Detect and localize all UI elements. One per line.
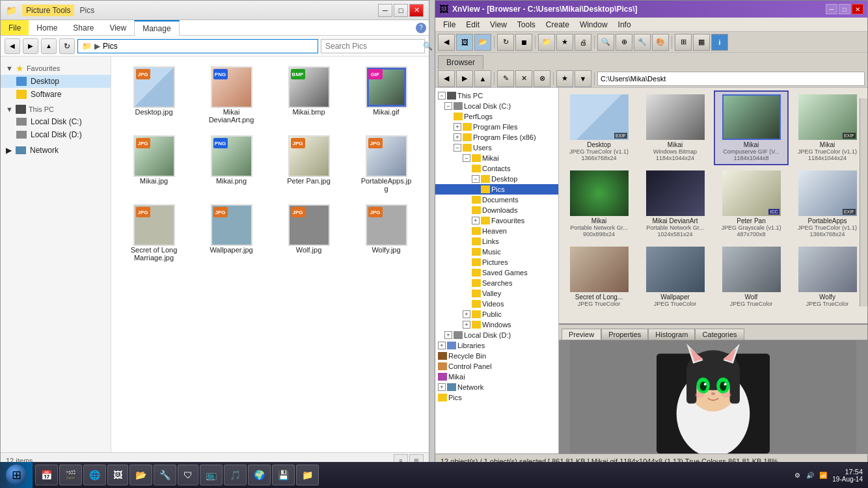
tb2-filter-btn[interactable]: ▼: [575, 70, 591, 87]
tree-item-pics-root[interactable]: Pics: [435, 392, 558, 403]
tb-stop-btn[interactable]: ⏹: [515, 34, 532, 51]
search-input[interactable]: [325, 42, 423, 51]
expand-icon[interactable]: −: [463, 154, 470, 162]
sidebar-item-software[interactable]: Software: [1, 88, 111, 101]
tree-item-favourites[interactable]: + Favourites: [435, 215, 558, 226]
thumb-item-wallpaper[interactable]: Wallpaper JPEG TrueColor: [638, 243, 712, 311]
file-item-mikai-jpg[interactable]: JPG Mikai.jpg: [116, 131, 191, 197]
file-item-mikai-gif[interactable]: GIF Mikai.gif: [349, 62, 424, 128]
menu-view[interactable]: View: [485, 18, 512, 32]
preview-tab-properties[interactable]: Properties: [601, 329, 648, 340]
tree-item-program-files[interactable]: + Program Files: [435, 122, 558, 132]
tree-item-contacts[interactable]: Contacts: [435, 163, 558, 174]
xnview-minimize-button[interactable]: ─: [826, 4, 837, 14]
taskbar-item-8[interactable]: 📺: [200, 465, 223, 485]
expand-icon[interactable]: −: [472, 175, 480, 183]
this-pc-header[interactable]: ▼ This PC: [1, 103, 111, 115]
expand-icon[interactable]: +: [444, 331, 452, 339]
expand-icon[interactable]: −: [454, 144, 461, 152]
tree-item-users[interactable]: − Users: [435, 142, 558, 153]
file-item-mikai-png[interactable]: PNG Mikai.png: [194, 131, 269, 197]
xnview-close-button[interactable]: ✕: [852, 4, 863, 14]
expand-icon[interactable]: +: [463, 310, 470, 318]
tree-item-links[interactable]: Links: [435, 236, 558, 247]
xnview-path-input[interactable]: C:\Users\Mika\Deskt: [597, 72, 865, 86]
tree-item-desktop[interactable]: − Desktop: [435, 174, 558, 184]
expand-icon[interactable]: −: [444, 102, 452, 110]
tree-item-downloads[interactable]: Downloads: [435, 205, 558, 215]
file-item-wallpaper-jpg[interactable]: JPG Wallpaper.jpg: [194, 200, 269, 266]
tree-item-saved-games[interactable]: Saved Games: [435, 267, 558, 278]
tb-info-btn[interactable]: i: [711, 34, 728, 51]
preview-tab-categories[interactable]: Categories: [695, 329, 744, 340]
tb-print-btn[interactable]: 🖨: [575, 34, 591, 51]
tb2-forward-btn[interactable]: ▶: [456, 70, 473, 87]
sidebar-item-network[interactable]: ▶ Network: [1, 144, 111, 157]
file-item-portableapps-jpg[interactable]: JPG PortableApps.jpg: [349, 131, 424, 197]
preview-tab-preview[interactable]: Preview: [562, 329, 601, 340]
menu-window[interactable]: Window: [575, 18, 613, 32]
menu-edit[interactable]: Edit: [461, 18, 485, 32]
thumb-item-wolf[interactable]: Wolf JPEG TrueColor: [714, 243, 789, 311]
menu-tools[interactable]: Tools: [512, 18, 541, 32]
tree-item-local-d[interactable]: + Local Disk (D:): [435, 330, 558, 340]
taskbar-item-12[interactable]: 📁: [296, 465, 319, 485]
file-item-mikai-bmp[interactable]: BMP Mikai.bmp: [271, 62, 346, 128]
tray-volume-icon[interactable]: 🔊: [805, 470, 815, 480]
tab-share[interactable]: Share: [65, 20, 102, 35]
tree-item-windows[interactable]: + Windows: [435, 319, 558, 330]
minimize-button[interactable]: ─: [378, 4, 392, 17]
tree-item-heaven[interactable]: Heaven: [435, 226, 558, 236]
tb-color-btn[interactable]: 🎨: [652, 34, 669, 51]
thumb-item-wolfy[interactable]: Wolfy JPEG TrueColor: [790, 243, 865, 311]
xnview-tab-browser[interactable]: Browser: [438, 55, 483, 70]
tree-item-documents[interactable]: Documents: [435, 195, 558, 205]
taskbar-item-5[interactable]: 📂: [129, 465, 152, 485]
tab-home[interactable]: Home: [29, 20, 65, 35]
address-input[interactable]: 📁 ▶ Pics: [77, 39, 318, 53]
tab-view[interactable]: View: [102, 20, 134, 35]
file-item-secret-jpg[interactable]: JPG Secret of Long Marriage.jpg: [116, 200, 191, 266]
thumb-item-mikai-png[interactable]: Mikai Portable Network Gr... 900x898x24: [562, 167, 636, 241]
taskbar-item-11[interactable]: 💾: [272, 465, 295, 485]
thumb-item-portableapps[interactable]: EXIF PortableApps JPEG TrueColor (v1.1) …: [790, 167, 865, 241]
tab-file[interactable]: File: [1, 20, 29, 35]
taskbar-item-7[interactable]: 🛡: [178, 465, 198, 485]
up-button[interactable]: ▲: [41, 38, 57, 54]
tree-item-network-root[interactable]: + Network: [435, 382, 558, 392]
expand-icon[interactable]: +: [463, 321, 470, 329]
tb2-up-btn[interactable]: ▲: [474, 70, 491, 87]
taskbar-item-1[interactable]: 📅: [35, 465, 58, 485]
tb-browser-btn[interactable]: 📂: [474, 34, 491, 51]
expand-icon[interactable]: +: [472, 217, 480, 224]
tb2-edit-btn[interactable]: ✎: [497, 70, 514, 87]
tray-steam-icon[interactable]: ⚙: [792, 470, 802, 480]
expand-icon[interactable]: +: [454, 123, 461, 131]
tree-item-libraries[interactable]: + Libraries: [435, 340, 558, 351]
tb-layout-btn[interactable]: ▦: [693, 34, 710, 51]
help-icon[interactable]: ?: [416, 23, 426, 33]
xnview-maximize-button[interactable]: □: [839, 4, 850, 14]
tree-item-pictures[interactable]: Pictures: [435, 257, 558, 267]
taskbar-item-9[interactable]: 🎵: [224, 465, 247, 485]
close-button[interactable]: ✕: [409, 4, 424, 17]
tree-item-valley[interactable]: Valley: [435, 288, 558, 299]
sidebar-item-local-c[interactable]: Local Disk (C:): [1, 115, 111, 128]
thumb-item-secret[interactable]: Secret of Long... JPEG TrueColor: [562, 243, 636, 311]
tree-item-mikai[interactable]: − Mikai: [435, 153, 558, 163]
tb-refresh-btn[interactable]: ↻: [497, 34, 514, 51]
tb-forward-btn[interactable]: 🖼: [456, 34, 473, 51]
thumb-item-desktop[interactable]: EXIF Desktop JPEG TrueColor (v1.1) 1366x…: [562, 90, 636, 165]
sidebar-item-local-d[interactable]: Local Disk (D:): [1, 128, 111, 141]
tray-clock[interactable]: 17:54 19-Aug-14: [832, 468, 863, 483]
refresh-button[interactable]: ↻: [59, 38, 75, 54]
preview-tab-histogram[interactable]: Histogram: [648, 329, 695, 340]
file-item-peter-pan-jpg[interactable]: JPG Peter Pan.jpg: [271, 131, 346, 197]
tb2-back-btn[interactable]: ◀: [438, 70, 455, 87]
tb2-delete-btn[interactable]: ✕: [515, 70, 532, 87]
tree-item-videos[interactable]: Videos: [435, 299, 558, 309]
taskbar-item-3[interactable]: 🌐: [83, 465, 106, 485]
thumb-item-mikai-gif[interactable]: Mikai Compuserve GIF (V... 1184x1044x8: [714, 90, 789, 165]
tb2-star-btn[interactable]: ★: [556, 70, 573, 87]
maximize-button[interactable]: □: [394, 4, 408, 17]
